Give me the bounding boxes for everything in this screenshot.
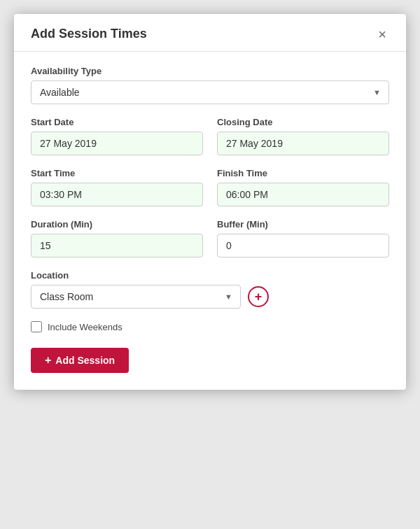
modal-title: Add Session Times [31,27,147,41]
start-date-group: Start Date [31,117,203,155]
finish-time-label: Finish Time [217,168,389,178]
location-row: Class Room Online Other + [31,285,389,309]
modal-body: Availability Type Available Unavailable … [14,52,406,390]
duration-input[interactable] [31,234,203,258]
include-weekends-checkbox[interactable] [31,321,42,332]
availability-type-select[interactable]: Available Unavailable Tentative [31,80,389,104]
closing-date-group: Closing Date [217,117,389,155]
buffer-label: Buffer (Min) [217,219,389,230]
closing-date-label: Closing Date [217,117,389,127]
date-row: Start Date Closing Date [31,117,389,155]
start-time-group: Start Time [31,168,203,206]
add-location-button[interactable]: + [248,286,269,307]
closing-date-input[interactable] [217,132,389,155]
add-session-button[interactable]: + Add Session [31,348,129,373]
include-weekends-group: Include Weekends [31,321,389,332]
buffer-group: Buffer (Min) [217,219,389,258]
time-row: Start Time Finish Time [31,168,389,206]
duration-group: Duration (Min) [31,219,203,258]
location-select-wrapper: Class Room Online Other [31,285,241,309]
include-weekends-label[interactable]: Include Weekends [48,322,122,332]
finish-time-input[interactable] [217,183,389,206]
start-date-input[interactable] [31,132,203,155]
buffer-input[interactable] [217,234,389,258]
start-time-label: Start Time [31,168,203,178]
location-group: Location Class Room Online Other + [31,270,389,309]
availability-type-select-wrapper: Available Unavailable Tentative [31,80,389,104]
location-label: Location [31,270,389,281]
add-session-label: Add Session [55,355,115,366]
duration-buffer-row: Duration (Min) Buffer (Min) [31,219,389,258]
location-select[interactable]: Class Room Online Other [31,285,241,309]
availability-type-label: Availability Type [31,66,389,76]
duration-label: Duration (Min) [31,219,203,230]
plus-icon: + [255,290,262,304]
start-date-label: Start Date [31,117,203,127]
add-session-plus-icon: + [45,355,51,366]
close-button[interactable]: × [375,27,389,41]
modal-header: Add Session Times × [14,14,406,52]
start-time-input[interactable] [31,183,203,206]
finish-time-group: Finish Time [217,168,389,206]
add-session-modal: Add Session Times × Availability Type Av… [14,14,406,390]
availability-type-group: Availability Type Available Unavailable … [31,66,389,104]
